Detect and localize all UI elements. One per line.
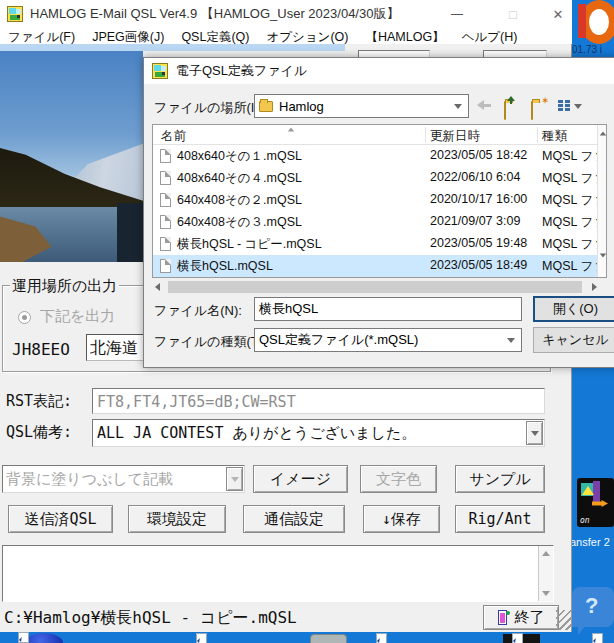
dialog-title: 電子QSL定義ファイル — [176, 62, 307, 80]
shortcut-arrow-icon — [512, 633, 523, 643]
menu-hamlog[interactable]: 【HAMLOG】 — [361, 28, 448, 44]
scroll-up-icon[interactable] — [542, 551, 550, 556]
dialog-app-icon — [152, 63, 168, 79]
log-textarea[interactable] — [2, 545, 554, 602]
fill-style-dropdown-button[interactable] — [226, 467, 243, 491]
file-list-header: 名前 更新日時 種類 — [153, 125, 606, 145]
rst-label: RST表記: — [6, 392, 72, 411]
remarks-combobox[interactable]: ALL JA CONTEST ありがとうございました。 — [92, 419, 545, 447]
remarks-dropdown-button[interactable] — [526, 421, 543, 445]
desktop-icon-bottom-1[interactable] — [25, 633, 63, 643]
file-row[interactable]: 横長hQSL - コピー.mQSL 2023/05/05 19:48 MQSL … — [153, 233, 607, 255]
rst-input[interactable]: FT8,FT4,JT65=dB;CW=RST — [92, 388, 545, 414]
menu-file[interactable]: ファイル(F) — [4, 28, 79, 44]
new-folder-button[interactable]: ✶ — [529, 96, 551, 116]
file-name: 640x408その２.mQSL — [177, 192, 302, 209]
file-icon — [160, 259, 171, 273]
menu-help[interactable]: ヘルプ(H) — [458, 28, 522, 44]
textarea-scrollbar[interactable] — [538, 546, 553, 601]
open-button[interactable]: 開く(O) — [533, 296, 614, 322]
image-button[interactable]: イメージ — [253, 465, 348, 493]
location-value: Hamlog — [279, 99, 448, 114]
chevron-down-icon — [531, 431, 539, 436]
file-date: 2023/05/05 18:42 — [430, 148, 527, 162]
file-list: 名前 更新日時 種類 408x640その１.mQSL 2023/05/05 18… — [152, 124, 607, 278]
scroll-down-icon[interactable] — [600, 254, 606, 258]
desktop-icon-bottom-2[interactable] — [310, 634, 347, 643]
exit-button-label: 終了 — [515, 608, 545, 627]
file-row[interactable]: 408x640その１.mQSL 2023/05/05 18:42 MQSL ファ… — [153, 145, 607, 167]
file-row[interactable]: 408x640その４.mQSL 2022/06/10 6:04 MQSL ファイ — [153, 167, 607, 189]
column-header-name[interactable]: 名前 — [161, 128, 186, 145]
file-date: 2022/06/10 6:04 — [430, 170, 520, 184]
desktop-icon-transfer[interactable]: on — [577, 478, 614, 527]
environment-settings-button[interactable]: 環境設定 — [128, 505, 226, 533]
file-list-hscrollbar[interactable] — [152, 280, 607, 295]
shortcut-arrow-icon — [196, 633, 207, 643]
folder-icon — [259, 101, 273, 112]
up-one-level-button[interactable] — [502, 96, 524, 116]
toolbar-strip — [0, 44, 345, 51]
file-row-selected[interactable]: 横長hQSL.mQSL 2023/05/05 18:49 MQSL ファイ — [153, 255, 607, 277]
main-titlebar: HAMLOG E-Mail QSL Ver4.9 【HAMLOG_User 20… — [0, 0, 572, 28]
hamlog-app-icon — [7, 6, 23, 22]
file-name: 640x408その３.mQSL — [177, 214, 302, 231]
chevron-down-icon — [454, 104, 462, 109]
scroll-right-icon[interactable] — [592, 283, 597, 291]
transfer-badge-text: on — [580, 516, 590, 525]
rig-ant-button[interactable]: Rig/Ant — [455, 505, 545, 533]
desktop-icon-browser[interactable] — [578, 0, 614, 46]
cancel-button[interactable]: キャンセル — [533, 327, 614, 353]
filename-input[interactable]: 横長hQSL — [254, 297, 522, 321]
chevron-down-icon — [574, 104, 582, 109]
maximize-button[interactable]: □ — [496, 0, 530, 28]
scroll-up-icon[interactable] — [600, 132, 606, 136]
status-file-path: C:¥Hamlog¥横長hQSL - コピー.mQSL — [4, 608, 297, 629]
view-menu-button[interactable] — [556, 96, 584, 116]
radio-output-below[interactable] — [18, 311, 31, 324]
file-date: 2020/10/17 16:00 — [430, 192, 527, 206]
exit-button[interactable]: 終了 — [483, 605, 559, 630]
shortcut-arrow-icon — [376, 633, 387, 643]
back-button[interactable] — [477, 96, 497, 116]
file-name: 408x640その４.mQSL — [177, 170, 302, 187]
scroll-left-icon[interactable] — [155, 283, 160, 291]
close-button[interactable]: ✕ — [544, 0, 572, 28]
text-color-button[interactable]: 文字色 — [360, 465, 437, 493]
file-name: 408x640その１.mQSL — [177, 148, 302, 165]
file-list-vscrollbar[interactable] — [597, 125, 607, 278]
location-combobox[interactable]: Hamlog — [254, 94, 469, 118]
file-icon — [160, 149, 171, 163]
menu-option[interactable]: オプション(O) — [262, 28, 352, 44]
resize-grip[interactable] — [556, 610, 572, 630]
filetype-label: ファイルの種類(T): — [154, 333, 267, 351]
desktop-icon-help[interactable]: ? — [572, 587, 614, 637]
desktop: 01.73 i on ansfer 2 ? HAMLOG E-Mail QSL … — [0, 0, 614, 643]
column-header-date[interactable]: 更新日時 — [430, 128, 480, 145]
sort-ascending-icon — [288, 128, 294, 132]
menu-qsl-def[interactable]: QSL定義(Q) — [177, 28, 253, 44]
save-button[interactable]: ↓保存 — [363, 505, 440, 533]
column-header-type[interactable]: 種類 — [542, 128, 567, 145]
menu-jpeg[interactable]: JPEG画像(J) — [88, 28, 168, 44]
photo-reflection — [117, 203, 143, 262]
file-row[interactable]: 640x408その３.mQSL 2021/09/07 3:09 MQSL ファイ — [153, 211, 607, 233]
minimize-button[interactable]: — — [440, 0, 474, 28]
qsl-photo — [0, 51, 143, 262]
main-window-title: HAMLOG E-Mail QSL Ver4.9 【HAMLOG_User 20… — [30, 5, 399, 23]
file-name: 横長hQSL - コピー.mQSL — [177, 236, 322, 253]
scroll-down-icon[interactable] — [542, 591, 550, 596]
sample-button[interactable]: サンプル — [455, 465, 545, 493]
filetype-value: QSL定義ファイル(*.mQSL) — [259, 331, 507, 349]
file-date: 2023/05/05 19:48 — [430, 236, 527, 250]
file-row[interactable]: 640x408その２.mQSL 2020/10/17 16:00 MQSL ファ… — [153, 189, 607, 211]
remarks-value: ALL JA CONTEST ありがとうございました。 — [97, 424, 522, 443]
communication-settings-button[interactable]: 通信設定 — [243, 505, 345, 533]
sent-qsl-button[interactable]: 送信済QSL — [8, 505, 113, 533]
file-name: 横長hQSL.mQSL — [177, 258, 273, 275]
desktop-icon-browser-label: 01.73 i — [572, 44, 614, 56]
hscroll-thumb[interactable] — [168, 281, 582, 293]
file-date: 2021/09/07 3:09 — [430, 214, 520, 228]
fill-style-combobox[interactable]: 背景に塗りつぶして記載 — [2, 465, 245, 493]
filetype-combobox[interactable]: QSL定義ファイル(*.mQSL) — [254, 328, 522, 352]
